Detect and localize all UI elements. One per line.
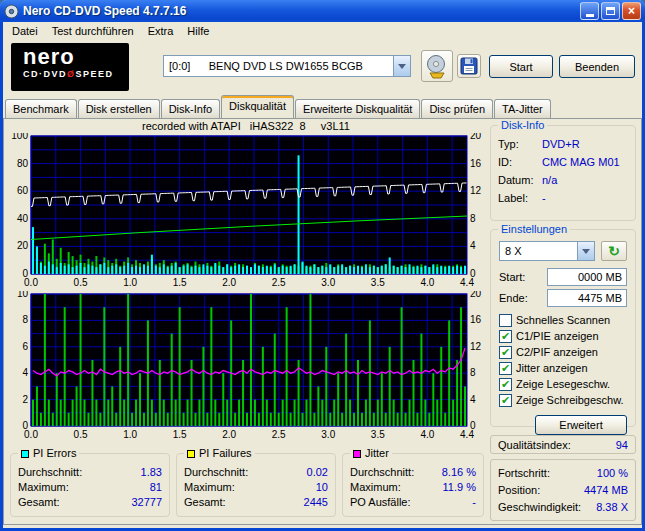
svg-text:20: 20 bbox=[17, 240, 29, 251]
close-icon: × bbox=[628, 4, 635, 18]
nero-logo-name: nero bbox=[23, 45, 129, 69]
close-button[interactable]: × bbox=[622, 2, 641, 20]
minimize-button[interactable] bbox=[580, 2, 599, 20]
stat-row: Maximum:10 bbox=[177, 479, 335, 494]
svg-text:1.0: 1.0 bbox=[123, 277, 137, 288]
quit-button[interactable]: Beenden bbox=[559, 55, 635, 78]
svg-text:40: 40 bbox=[17, 213, 29, 224]
eject-disc-icon bbox=[424, 53, 450, 79]
svg-text:20: 20 bbox=[470, 133, 482, 141]
save-icon bbox=[459, 56, 479, 76]
tab-diskqualitaet[interactable]: Diskqualität bbox=[221, 95, 294, 118]
svg-text:12: 12 bbox=[470, 185, 482, 196]
checkbox-box[interactable] bbox=[499, 314, 512, 327]
svg-text:4: 4 bbox=[470, 394, 476, 405]
checkbox-zeige-lesegeschw[interactable]: ✔ Zeige Lesegeschw. bbox=[499, 376, 627, 392]
svg-text:4.0: 4.0 bbox=[420, 277, 434, 288]
pi-failures-legend-swatch bbox=[187, 450, 195, 458]
svg-text:10: 10 bbox=[17, 291, 29, 299]
eject-disc-button[interactable] bbox=[421, 50, 453, 82]
svg-text:16: 16 bbox=[470, 314, 482, 325]
menu-datei[interactable]: Datei bbox=[5, 23, 45, 39]
svg-text:8: 8 bbox=[470, 213, 476, 224]
checkbox-schnelles-scannen[interactable]: Schnelles Scannen bbox=[499, 312, 627, 328]
svg-text:0.5: 0.5 bbox=[74, 429, 88, 440]
drive-select-value: [0:0] BENQ DVD LS DW1655 BCGB bbox=[164, 56, 393, 76]
progress-panel: Fortschritt:100 % Position:4474 MB Gesch… bbox=[490, 459, 636, 521]
maximize-icon bbox=[606, 7, 615, 15]
save-button[interactable] bbox=[457, 54, 481, 78]
svg-text:4.0: 4.0 bbox=[420, 429, 434, 440]
drive-select[interactable]: [0:0] BENQ DVD LS DW1655 BCGB bbox=[163, 55, 411, 77]
tab-disc-pruefen[interactable]: Disc prüfen bbox=[421, 99, 493, 118]
svg-text:16: 16 bbox=[470, 158, 482, 169]
chevron-down-icon[interactable] bbox=[577, 242, 594, 260]
checkbox-box[interactable]: ✔ bbox=[499, 330, 512, 343]
recorded-with-label: recorded with ATAPI iHAS322 8 v3L11 bbox=[4, 120, 488, 132]
disk-info-row: Datum:n/a bbox=[491, 171, 635, 189]
svg-text:2.0: 2.0 bbox=[222, 429, 236, 440]
svg-text:2.5: 2.5 bbox=[272, 429, 286, 440]
tab-benchmark[interactable]: Benchmark bbox=[5, 99, 77, 118]
svg-text:3.0: 3.0 bbox=[321, 429, 335, 440]
svg-text:1.5: 1.5 bbox=[173, 277, 187, 288]
stat-row: Maximum:81 bbox=[11, 479, 169, 494]
checkbox-zeige-schreibgeschw[interactable]: ✔ Zeige Schreibgeschw. bbox=[499, 392, 627, 408]
checkbox-box[interactable]: ✔ bbox=[499, 378, 512, 391]
start-field[interactable]: 0000 MB bbox=[547, 268, 627, 286]
checkbox-c1-pie-anzeigen[interactable]: ✔ C1/PIE anzeigen bbox=[499, 328, 627, 344]
nero-logo: nero CD·DVDØSPEED bbox=[11, 43, 129, 91]
tab-ta-jitter[interactable]: TA-Jitter bbox=[494, 99, 551, 118]
svg-text:2.5: 2.5 bbox=[272, 277, 286, 288]
svg-text:1.0: 1.0 bbox=[123, 429, 137, 440]
svg-text:6: 6 bbox=[22, 341, 28, 352]
stat-row: Durchschnitt:0.02 bbox=[177, 464, 335, 479]
pi-errors-legend-swatch bbox=[21, 450, 29, 458]
quality-index-label: Qualitätsindex: bbox=[498, 439, 571, 451]
window-title: Nero CD-DVD Speed 4.7.7.16 bbox=[19, 4, 578, 18]
chevron-down-icon[interactable] bbox=[393, 56, 410, 76]
speed-select-value: 8 X bbox=[500, 242, 577, 260]
advanced-button[interactable]: Erweitert bbox=[535, 415, 627, 435]
diskqualitaet-page: recorded with ATAPI iHAS322 8 v3L11 1008… bbox=[3, 118, 642, 525]
svg-text:1.5: 1.5 bbox=[173, 429, 187, 440]
checkbox-box[interactable]: ✔ bbox=[499, 362, 512, 375]
svg-text:0.0: 0.0 bbox=[24, 429, 38, 440]
stat-row: Gesamt:32777 bbox=[11, 494, 169, 509]
svg-text:3.5: 3.5 bbox=[371, 429, 385, 440]
menu-test-durchfuehren[interactable]: Test durchführen bbox=[45, 23, 141, 39]
menu-extra[interactable]: Extra bbox=[141, 23, 181, 39]
progress-row: Position:4474 MB bbox=[491, 481, 635, 498]
menu-hilfe[interactable]: Hilfe bbox=[180, 23, 216, 39]
svg-text:4: 4 bbox=[470, 240, 476, 251]
svg-text:4: 4 bbox=[22, 367, 28, 378]
checkbox-c2-pif-anzeigen[interactable]: ✔ C2/PIF anzeigen bbox=[499, 344, 627, 360]
checkbox-jitter-anzeigen[interactable]: ✔ Jitter anzeigen bbox=[499, 360, 627, 376]
speed-select[interactable]: 8 X bbox=[499, 241, 595, 261]
nero-slash-icon: Ø bbox=[67, 69, 76, 79]
maximize-button[interactable] bbox=[601, 2, 620, 20]
tab-disk-erstellen[interactable]: Disk erstellen bbox=[78, 99, 160, 118]
tab-disk-info[interactable]: Disk-Info bbox=[161, 99, 220, 118]
progress-row: Geschwindigkeit:8.38 X bbox=[491, 498, 635, 515]
svg-text:8: 8 bbox=[22, 314, 28, 325]
jitter-caption: Jitter bbox=[350, 447, 392, 460]
titlebar[interactable]: Nero CD-DVD Speed 4.7.7.16 × bbox=[0, 0, 645, 22]
svg-text:4.4: 4.4 bbox=[460, 277, 474, 288]
pi-failures-chart: 10864202016128400.00.51.01.52.02.53.03.5… bbox=[5, 291, 489, 443]
refresh-button[interactable]: ↻ bbox=[601, 241, 627, 261]
checkbox-box[interactable]: ✔ bbox=[499, 394, 512, 407]
progress-row: Fortschritt:100 % bbox=[491, 464, 635, 481]
svg-text:3.5: 3.5 bbox=[371, 277, 385, 288]
checkbox-box[interactable]: ✔ bbox=[499, 346, 512, 359]
quality-index-panel: Qualitätsindex: 94 bbox=[490, 435, 636, 454]
end-field-label: Ende: bbox=[499, 292, 528, 304]
tab-erweiterte-diskqualitaet[interactable]: Erweiterte Diskqualität bbox=[295, 99, 420, 118]
end-field[interactable]: 4475 MB bbox=[547, 289, 627, 307]
svg-text:0.0: 0.0 bbox=[24, 277, 38, 288]
start-button[interactable]: Start bbox=[489, 55, 553, 78]
stat-row: Maximum:11.9 % bbox=[343, 479, 483, 494]
minimize-icon bbox=[586, 14, 594, 17]
svg-text:20: 20 bbox=[470, 291, 482, 299]
refresh-icon: ↻ bbox=[608, 243, 620, 259]
